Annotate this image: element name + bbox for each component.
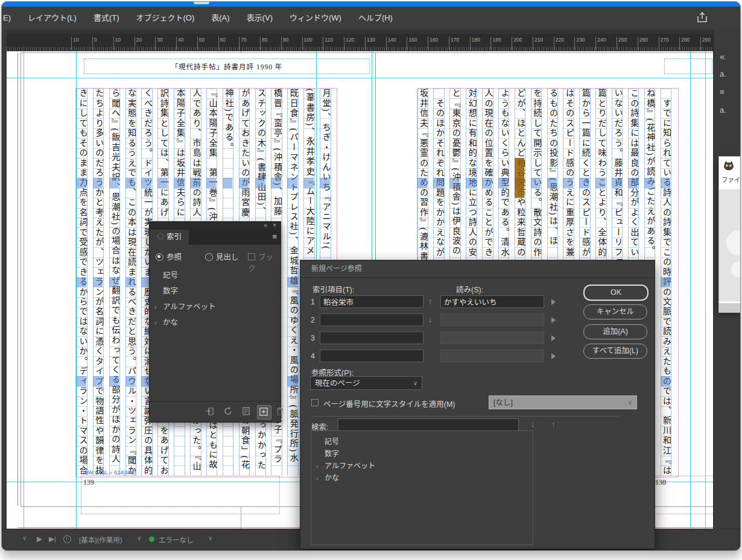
index-panel: « × ◇ 索引 ≡ 参照 見出し ブック 記号 数字 ›アルファベット ›かな	[149, 221, 281, 423]
horizontal-ruler[interactable]: 1001020304050607080901001101201301401501…	[1, 34, 715, 52]
text-column[interactable]: すでに知られている詩人の詩集でこの時評の文脈で読みえたものでは、新川和江『は	[661, 89, 672, 476]
guide[interactable]	[24, 51, 24, 529]
panel-icon[interactable]: a.	[720, 105, 726, 115]
reading-input-1[interactable]	[440, 295, 544, 308]
grid-marker-cell	[417, 178, 428, 187]
frame-info: 39W x 16L = 624(606)	[82, 470, 136, 476]
external-app-window[interactable]: ファイ	[718, 156, 741, 313]
index-entry-input-4[interactable]	[320, 350, 423, 362]
menu-item[interactable]: ヘルプ(H)	[350, 7, 401, 30]
menu-item[interactable]: レイアウト(L)	[19, 7, 85, 30]
chevron-right-icon[interactable]: ›	[316, 472, 319, 484]
chevron-right-icon[interactable]: ›	[154, 299, 157, 315]
ruler-label: 190	[490, 37, 501, 50]
index-entry-input-2[interactable]	[320, 313, 423, 326]
chevron-right-icon[interactable]: ›	[316, 460, 319, 472]
panel-tab-row: ◇ 索引 ≡	[150, 230, 281, 245]
radio-topic[interactable]: 見出し	[205, 251, 239, 262]
share-icon[interactable]	[696, 11, 711, 25]
text-column[interactable]: たちより多いのだろうかと考えたが、ツェランが名詞に憑くタイプで物語性や韻律を抜	[93, 89, 104, 476]
reading-options-icon[interactable]	[551, 353, 556, 359]
text-column[interactable]: 既日食』(パーマネントプレス社)、金城哲雄『風のゆくえ・風の場所』(脈発行所)水	[287, 89, 299, 476]
expand-panels-icon[interactable]: «	[720, 51, 725, 61]
reading-input-3[interactable]	[440, 332, 544, 344]
text-column[interactable]: きにしてもそのまま力点を名詞で受感できるからではないか。ディラン・トマスの場合	[77, 89, 88, 476]
tree-item-symbols[interactable]: 記号	[150, 268, 281, 283]
tab-index[interactable]: ◇ 索引	[150, 230, 189, 245]
new-index-entry-button[interactable]	[257, 405, 271, 420]
panel-menu-icon[interactable]: ≡	[272, 232, 277, 241]
cancel-button[interactable]: キャンセル	[583, 304, 647, 319]
menu-item[interactable]: 書式(T)	[85, 7, 128, 30]
index-entry-input-3[interactable]	[320, 332, 423, 344]
demote-arrow-icon[interactable]: ↓	[428, 315, 433, 324]
grid-marker-cell	[531, 178, 541, 187]
ruler-label: 220	[554, 37, 564, 50]
reading-options-icon[interactable]	[551, 299, 556, 305]
dialog-index-tree: 記号 数字 ›アルファベット ›かな	[311, 430, 533, 545]
go-to-marker-icon[interactable]	[241, 406, 252, 417]
update-preview-icon[interactable]	[223, 406, 234, 417]
running-header-frame[interactable]: 「現代詩手帖」詩書月評 1990 年	[84, 58, 370, 74]
indesign-window: E)レイアウト(L)書式(T)オブジェクト(O)表(A)表示(V)ウィンドウ(W…	[1, 1, 741, 551]
preflight-status[interactable]: エラーなし	[159, 535, 194, 544]
chevron-right-icon[interactable]: ›	[154, 315, 157, 330]
search-down-icon[interactable]: ↓	[531, 420, 535, 429]
document-profile[interactable]: [基本](作業用)	[79, 535, 122, 544]
reference-type-dropdown[interactable]: 現在のページ∨	[310, 376, 422, 390]
index-entry-input-1[interactable]	[320, 295, 423, 308]
close-panel-icon[interactable]: ×	[273, 222, 276, 228]
grid-marker-cell	[239, 178, 249, 187]
dialog-title[interactable]: 新規ページ参照	[300, 260, 655, 278]
tree-item-alphabet[interactable]: ›アルファベット	[150, 299, 281, 315]
ruler-label: 90	[281, 37, 288, 50]
tree-item-kana[interactable]: ›かな	[311, 472, 533, 484]
tree-item-numbers[interactable]: 数字	[311, 448, 533, 460]
add-button[interactable]: 追加(A)	[583, 324, 647, 339]
ruler-label: 250	[617, 37, 627, 50]
menu-item[interactable]: 表示(V)	[238, 7, 281, 30]
ok-button[interactable]: OK	[583, 285, 648, 301]
promote-arrow-icon[interactable]: ↑	[428, 297, 433, 306]
grid-marker-cell	[157, 178, 168, 187]
grid-marker-cell	[287, 178, 297, 187]
menu-item[interactable]: ウィンドウ(W)	[281, 7, 350, 30]
delete-entry-icon[interactable]	[275, 406, 286, 417]
page-number-frame[interactable]	[81, 476, 280, 514]
tree-item-alphabet[interactable]: ›アルファベット	[311, 460, 533, 472]
grid-marker-cell	[287, 376, 297, 386]
radio-reference[interactable]: 参照	[156, 251, 182, 262]
guide[interactable]	[705, 51, 706, 529]
menu-item[interactable]: E)	[1, 7, 19, 30]
menu-item[interactable]: オブジェクト(O)	[128, 7, 203, 30]
text-column[interactable]: ら閾へ』(飯吉光夫訳、思潮社)の場合はなぜ翻訳でも伝わってくる部分がほかの詩人	[109, 89, 121, 476]
text-column[interactable]: な実態を知るうえでも、この本は現在読まれるべきだと思う。パウル・ツェラン『閾か	[125, 89, 137, 476]
reading-options-icon[interactable]	[551, 335, 556, 341]
guide[interactable]	[690, 51, 691, 529]
chevron-down-icon[interactable]: ∨	[208, 535, 212, 541]
tree-item-symbols[interactable]: 記号	[311, 436, 533, 448]
new-page-reference-dialog: 新規ページ参照 索引項目(T): 読み(S): 1 ↑ 2 ↓ 3 4 OK キ…	[300, 260, 655, 549]
chevron-down-icon[interactable]: ∨	[137, 535, 141, 541]
grid-marker-cell	[109, 376, 119, 386]
search-up-icon[interactable]: ↑	[551, 420, 556, 429]
tree-item-numbers[interactable]: 数字	[150, 283, 281, 299]
create-index-entry-icon[interactable]	[205, 406, 216, 417]
panel-icon[interactable]: ≡	[720, 87, 725, 96]
guide[interactable]	[7, 78, 713, 78]
chevron-down-icon[interactable]: ∨	[22, 535, 27, 541]
collapse-panel-icon[interactable]: «	[264, 222, 267, 228]
char-style-checkbox[interactable]	[311, 399, 319, 406]
menu-item[interactable]: 表(A)	[203, 7, 238, 30]
reading-input-2[interactable]	[440, 313, 544, 326]
reading-options-icon[interactable]	[551, 317, 556, 323]
panel-icon[interactable]: a.	[720, 69, 726, 78]
tree-item-kana[interactable]: ›かな	[150, 315, 281, 330]
search-input[interactable]	[338, 418, 519, 431]
next-page-icon[interactable]: ▶	[37, 535, 42, 543]
add-all-button[interactable]: すべて追加(L)	[583, 344, 647, 359]
ruler-label: 280	[679, 37, 690, 50]
running-header-frame[interactable]	[664, 58, 712, 74]
reading-input-4[interactable]	[440, 350, 544, 362]
last-page-icon[interactable]: ▶|	[49, 535, 56, 543]
